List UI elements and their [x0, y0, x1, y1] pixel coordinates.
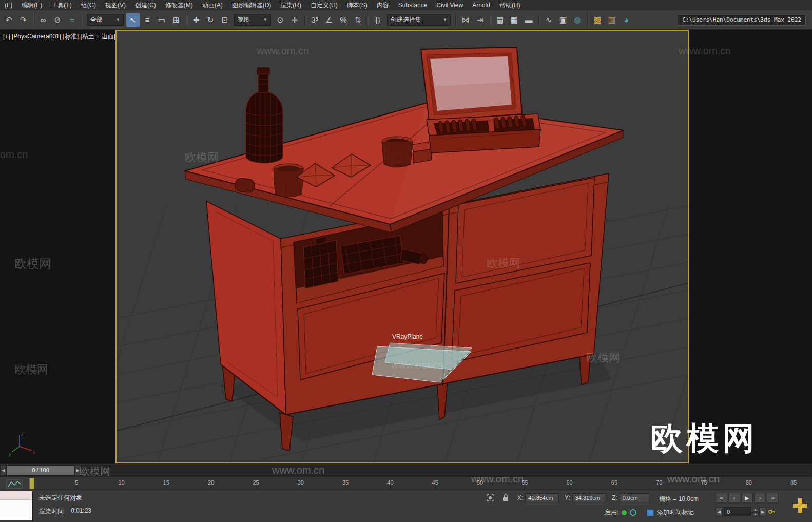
menu-item-6[interactable]: 修改器(M): [161, 0, 198, 10]
sound-enable-area[interactable]: 启用:: [605, 508, 636, 517]
toggle-scene-explorer-icon[interactable]: ▤: [493, 13, 507, 27]
current-frame-field[interactable]: 0: [724, 507, 751, 516]
menu-item-11[interactable]: 脚本(S): [342, 0, 372, 10]
go-to-end-button[interactable]: »: [767, 493, 779, 503]
timeline-ruler[interactable]: 0510152025303540455055606570758085: [0, 477, 812, 491]
timeline-tick-10: 10: [118, 479, 124, 486]
current-frame-marker[interactable]: [29, 478, 34, 489]
next-frame-button[interactable]: ›: [754, 493, 766, 503]
time-slider-handle[interactable]: 0 / 100: [7, 465, 74, 476]
select-and-manipulate-icon[interactable]: ✛: [288, 13, 301, 27]
viewport-canvas[interactable]: [+] [PhysCamera001] [标准] [粘土 + 边面]: [0, 30, 812, 463]
timeline-tick-55: 55: [521, 479, 528, 486]
project-path-field[interactable]: C:\Users\Han\Documents\3ds Max 2022: [678, 14, 806, 26]
menu-item-0[interactable]: (F): [0, 0, 17, 10]
use-pivot-center-icon[interactable]: ⊙: [274, 13, 287, 27]
select-and-move-icon[interactable]: ✚: [189, 13, 203, 27]
menu-item-5[interactable]: 创建(C): [130, 0, 161, 10]
menu-item-4[interactable]: 视图(V): [101, 0, 130, 10]
timeline-tick-20: 20: [208, 479, 214, 486]
toolbar-separator: [368, 13, 368, 27]
mini-curve-editor-panel[interactable]: [0, 477, 29, 491]
viewport-label[interactable]: [+] [PhysCamera001] [标准] [粘土 + 边面]: [3, 32, 115, 41]
window-crossing-icon[interactable]: ⊞: [169, 13, 183, 27]
small-glass[interactable]: [274, 164, 303, 198]
material-editor-icon[interactable]: ◍: [571, 13, 584, 27]
menu-item-8[interactable]: 图形编辑器(D): [227, 0, 276, 10]
tick-mark: [659, 486, 660, 489]
bind-to-space-warp-icon[interactable]: ≈: [65, 13, 79, 27]
isolate-selection-toggle[interactable]: [486, 493, 495, 502]
cigar-box[interactable]: [421, 47, 540, 153]
maximize-viewport-toggle[interactable]: [791, 493, 809, 518]
enable-ring-dot[interactable]: [630, 509, 636, 516]
curve-editor-icon[interactable]: ∿: [542, 13, 555, 27]
frame-step-forward-button[interactable]: ▶: [759, 507, 766, 516]
menu-item-16[interactable]: 帮助(H): [495, 0, 525, 10]
percent-snap-icon[interactable]: %: [337, 13, 350, 27]
key-mode-toggle-icon[interactable]: [767, 507, 777, 516]
schematic-view-icon[interactable]: ▣: [556, 13, 570, 27]
rocks-glass[interactable]: [382, 137, 413, 169]
y-coordinate-field[interactable]: 34.319cm: [572, 493, 606, 502]
frame-spinner-down[interactable]: ▼: [752, 512, 758, 516]
menu-item-7[interactable]: 动画(A): [198, 0, 227, 10]
toggle-ribbon-icon[interactable]: ▬: [522, 13, 535, 27]
menu-item-3[interactable]: 组(G): [76, 0, 101, 10]
undo-icon[interactable]: ↶: [2, 13, 15, 27]
menu-item-9[interactable]: 渲染(R): [276, 0, 306, 10]
menu-item-14[interactable]: Civil View: [432, 0, 468, 10]
wine-bottle[interactable]: [246, 68, 283, 163]
y-coordinate-label: Y:: [565, 494, 570, 501]
unlink-selection-icon[interactable]: ⊘: [51, 13, 64, 27]
enable-on-dot[interactable]: [622, 510, 627, 515]
axis-z-label: z: [21, 432, 24, 437]
menu-item-10[interactable]: 自定义(U): [306, 0, 342, 10]
timeline-tick-65: 65: [611, 479, 617, 486]
menu-item-15[interactable]: Arnold: [468, 0, 495, 10]
selection-filter-dropdown[interactable]: 全部▼: [87, 14, 124, 26]
time-slider-prev-button[interactable]: ◀: [0, 465, 7, 476]
render-setup-icon[interactable]: ▩: [591, 13, 604, 27]
play-button[interactable]: ▶: [741, 493, 753, 503]
spinner-snap-icon[interactable]: ⇅: [351, 13, 364, 27]
add-time-tag[interactable]: 添加时间标记: [647, 508, 694, 517]
camera-safe-frame[interactable]: VRayPlane: [115, 30, 689, 463]
z-coordinate-field[interactable]: 0.0cm: [620, 493, 649, 502]
angle-snap-icon[interactable]: ∠: [322, 13, 336, 27]
frame-step-back-button[interactable]: ◀: [716, 507, 723, 516]
mirror-icon[interactable]: ⋈: [459, 13, 472, 27]
3ds-max-window: (F)编辑(E)工具(T)组(G)视图(V)创建(C)修改器(M)动画(A)图形…: [0, 0, 812, 522]
select-object-icon[interactable]: ↖: [126, 13, 140, 27]
tick-mark: [704, 486, 705, 489]
select-and-scale-icon[interactable]: ⊡: [218, 13, 231, 27]
named-selection-sets-dropdown[interactable]: 创建选择集▼: [387, 14, 451, 26]
frame-spinner-up[interactable]: ▲: [752, 508, 758, 512]
selection-lock-icon[interactable]: [501, 493, 510, 502]
reference-coordinate-dropdown[interactable]: 视图▼: [234, 14, 271, 26]
rectangular-selection-region-icon[interactable]: ▭: [155, 13, 168, 27]
menu-item-1[interactable]: 编辑(E): [17, 0, 47, 10]
select-and-link-icon[interactable]: ∞: [36, 13, 50, 27]
timeline-tick-15: 15: [163, 479, 169, 486]
rendered-frame-window-icon[interactable]: ▥: [605, 13, 618, 27]
menu-item-13[interactable]: Substance: [394, 0, 432, 10]
time-slider-next-button[interactable]: ▶: [74, 465, 81, 476]
toggle-layer-explorer-icon[interactable]: ▦: [508, 13, 521, 27]
go-to-start-button[interactable]: «: [716, 493, 727, 503]
menu-item-2[interactable]: 工具(T): [47, 0, 76, 10]
menu-item-12[interactable]: 内容: [372, 0, 394, 10]
previous-frame-button[interactable]: ‹: [728, 493, 740, 503]
snap-toggle-3d-icon[interactable]: 3³: [308, 13, 321, 27]
render-production-icon[interactable]: ◕: [620, 13, 633, 27]
align-icon[interactable]: ⇥: [473, 13, 487, 27]
select-and-rotate-icon[interactable]: ↻: [204, 13, 217, 27]
time-slider-track[interactable]: [81, 465, 812, 476]
edit-named-selection-sets-icon[interactable]: {}: [371, 13, 384, 27]
redo-icon[interactable]: ↷: [16, 13, 30, 27]
x-coordinate-field[interactable]: 40.854cm: [525, 493, 559, 502]
select-by-name-icon[interactable]: ≡: [141, 13, 154, 27]
tick-mark: [76, 486, 77, 489]
maxscript-mini-listener[interactable]: [0, 491, 33, 520]
small-box[interactable]: [412, 142, 432, 163]
